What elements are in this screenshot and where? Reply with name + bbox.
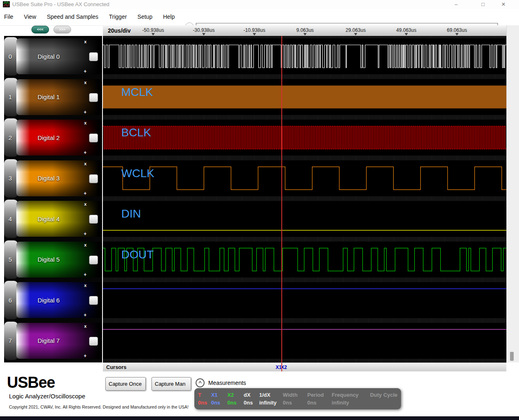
channel-checkbox[interactable] [89,174,98,183]
signal-trace [103,45,506,68]
channel-row-1[interactable]: 1Digital 1x+ [4,79,102,115]
timeline-tick-label: -30.938us [185,27,222,33]
timeline-tick-label: 29.063us [337,27,374,33]
measurement-name: 1/dX [259,391,281,399]
close-icon[interactable]: ✕ [495,0,512,9]
timeline-tick-marker-icon [405,33,408,36]
measurement-value: infinity [332,399,368,407]
channel-add-icon[interactable]: + [84,353,87,359]
channel-label: Digital 0 [18,38,79,74]
waveform-area[interactable]: MCLKBCLKWCLKDINDOUT [103,36,506,362]
measurement-value: 0ns [283,399,305,407]
channel-number: 2 [4,120,16,156]
cursors-bar: Cursors X1 X2 [103,362,506,372]
measurement-name: T [198,391,209,399]
channel-number: 6 [4,282,16,318]
channel-row-5[interactable]: 5Digital 5x+ [4,242,102,278]
timeline-tick-marker-icon [151,33,155,36]
measurement-name: Duty Cycle [370,391,399,399]
menu-help[interactable]: Help [159,9,179,20]
timeline-ruler[interactable]: 20us/div -50.938us-30.938us-10.938us9.06… [103,25,506,36]
timeline-tick-label: 49.063us [388,27,425,33]
measurement-duty-cycle: Duty Cycle [370,391,399,409]
channel-label: Digital 3 [18,160,79,196]
measurement-name: dX [244,391,257,399]
channel-checkbox[interactable] [89,52,98,61]
taskbar-strip [0,416,519,420]
channel-checkbox[interactable] [89,296,98,305]
timeline-tick-marker-icon [455,33,459,36]
measurement-value: 0ns [244,399,257,407]
vertical-scrollbar-thumb[interactable] [510,352,514,361]
capture-manual-button[interactable]: Capture Man [151,377,191,391]
menu-trigger[interactable]: Trigger [105,9,131,20]
minimize-icon[interactable]: – [448,0,465,9]
signal-annotation-wclk: WCLK [121,167,154,180]
product-subtitle: Logic Analyzer/Oscilloscope [9,393,85,400]
channel-row-3[interactable]: 3Digital 3x+ [4,160,102,196]
measurement-value: 0ns [211,399,225,407]
timeline-tick-marker-icon [354,33,357,36]
timeline-tick-label: -50.938us [135,27,172,33]
channel-number: 5 [4,242,16,278]
channel-close-icon[interactable]: x [84,80,87,85]
channel-close-icon[interactable]: x [84,202,87,207]
timeline-tick-marker-icon [303,33,307,36]
channel-close-icon[interactable]: x [84,324,87,329]
measurement-dx: dX0ns [244,391,257,409]
measurement-name: X2 [227,391,241,399]
channel-close-icon[interactable]: x [84,161,87,166]
channel-add-icon[interactable]: + [84,312,87,318]
measurement-value: 0ns [307,399,329,407]
channel-close-icon[interactable]: x [84,39,87,44]
channel-label: Digital 7 [18,323,79,359]
channel-checkbox[interactable] [89,133,98,142]
signal-trace [103,126,506,149]
measurement-value: infinity [259,399,281,407]
timeline-tick-marker-icon [202,33,205,36]
right-edge-panel [506,25,519,362]
measurement-1-dx: 1/dXinfinity [259,391,281,409]
channel-add-icon[interactable]: + [84,231,87,237]
channel-add-icon[interactable]: + [84,150,87,156]
channel-row-7[interactable]: 7Digital 7x+ [4,323,102,359]
channel-checkbox[interactable] [89,215,98,224]
channel-close-icon[interactable]: x [84,242,87,247]
trigger-cursor-line[interactable] [281,36,282,362]
channel-row-0[interactable]: 0Digital 0x+ [4,38,102,74]
measurement-frequency: Frequencyinfinity [332,391,368,409]
channel-checkbox[interactable] [89,93,98,102]
channel-row-2[interactable]: 2Digital 2x+ [4,120,102,156]
channel-checkbox[interactable] [89,256,98,264]
channel-number: 4 [4,201,16,237]
measurement-name: Frequency [332,391,368,399]
channel-add-icon[interactable]: + [84,69,87,74]
usbee-logo: USBee [7,374,55,391]
timeline-tick-label: 9.063us [287,27,323,33]
channel-add-icon[interactable]: + [84,272,87,278]
channel-label: Digital 1 [18,79,79,115]
channel-row-6[interactable]: 6Digital 6x+ [4,282,102,318]
measurement-x2: X20ns [227,391,241,409]
measurements-label: Measurements [208,380,246,386]
menu-setup[interactable]: Setup [134,9,157,20]
measurement-x1: X10ns [211,391,225,409]
copyright-text: Copyright 2021, CWAV, Inc. All Rights Re… [9,404,189,409]
measurement-period: Period0ns [307,391,329,409]
channel-add-icon[interactable]: + [84,191,87,196]
channel-close-icon[interactable]: x [84,120,87,125]
measurements-collapse-icon[interactable]: ^ [196,378,205,387]
timeline-tick-label: 69.063us [439,27,475,33]
channel-close-icon[interactable]: x [84,283,87,288]
signal-annotation-bclk: BCLK [121,126,151,139]
capture-once-button[interactable]: Capture Once [105,377,146,391]
channel-checkbox[interactable] [89,337,98,346]
channel-add-icon[interactable]: + [84,109,87,115]
footer: USBee Logic Analyzer/Oscilloscope Copyri… [0,371,519,416]
cursor-tick[interactable] [281,363,282,372]
measurement-name: Period [307,391,329,399]
channel-sidebar: 0Digital 0x+1Digital 1x+2Digital 2x+3Dig… [0,0,103,420]
channel-row-4[interactable]: 4Digital 4x+ [4,201,102,237]
channel-number: 0 [4,38,16,74]
maximize-icon[interactable]: □ [474,0,492,9]
